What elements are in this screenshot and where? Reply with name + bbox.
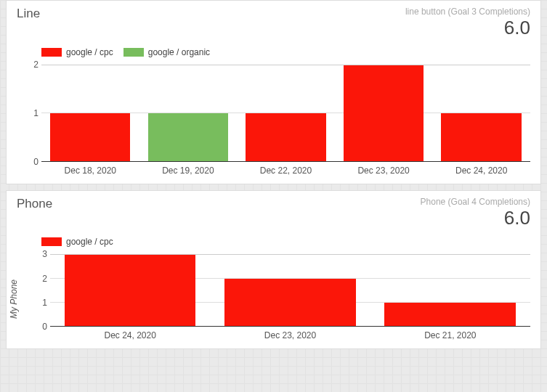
panel-line: Line line button (Goal 3 Completions) 6.… <box>6 0 541 184</box>
y-tick-label: 3 <box>25 249 47 259</box>
panel-summary: line button (Goal 3 Completions) 6.0 <box>405 7 530 40</box>
panel-header: Line line button (Goal 3 Completions) 6.… <box>7 1 540 40</box>
panel-title: Phone <box>17 197 52 211</box>
bar <box>384 303 516 327</box>
plot-area: Dec 24, 2020Dec 23, 2020Dec 21, 2020 <box>50 254 530 327</box>
bar <box>344 65 424 161</box>
legend-label: google / cpc <box>66 237 113 247</box>
panel-total-value: 6.0 <box>421 207 530 229</box>
x-tick-label: Dec 22, 2020 <box>237 161 335 176</box>
legend-swatch <box>123 48 144 57</box>
x-tick-label: Dec 23, 2020 <box>210 326 370 340</box>
bar-slot: Dec 23, 2020 <box>335 65 433 161</box>
chart: My Phone0123Dec 24, 2020Dec 23, 2020Dec … <box>17 254 530 344</box>
panel-header: Phone Phone (Goal 4 Completions) 6.0 <box>7 191 540 230</box>
x-tick-label: Dec 19, 2020 <box>139 161 238 176</box>
bar-slot: Dec 19, 2020 <box>139 65 238 161</box>
x-tick-label: Dec 23, 2020 <box>335 161 433 176</box>
bar-slot: Dec 22, 2020 <box>237 65 335 161</box>
bars-row: Dec 24, 2020Dec 23, 2020Dec 21, 2020 <box>50 255 530 326</box>
y-tick-label: 1 <box>25 298 47 308</box>
legend-item: google / organic <box>123 47 210 57</box>
x-tick-label: Dec 24, 2020 <box>432 161 530 176</box>
y-tick-label: 0 <box>25 322 47 332</box>
bar-slot: Dec 24, 2020 <box>432 65 530 161</box>
legend: google / cpc <box>7 229 540 254</box>
y-tick-label: 0 <box>17 157 39 167</box>
bars-row: Dec 18, 2020Dec 19, 2020Dec 22, 2020Dec … <box>41 65 530 161</box>
bar <box>441 113 521 161</box>
bar <box>246 113 325 161</box>
panel-title: Line <box>17 7 40 21</box>
y-tick-label: 2 <box>25 274 47 284</box>
legend-label: google / cpc <box>66 47 113 57</box>
panel-subtitle: line button (Goal 3 Completions) <box>405 7 530 17</box>
x-tick-label: Dec 18, 2020 <box>41 161 139 176</box>
bar <box>224 279 356 326</box>
y-axis-label: My Phone <box>9 279 19 319</box>
panel-subtitle: Phone (Goal 4 Completions) <box>421 197 530 207</box>
y-tick-label: 1 <box>17 108 39 118</box>
bar-slot: Dec 23, 2020 <box>210 255 370 326</box>
legend-item: google / cpc <box>41 47 113 57</box>
bar <box>50 113 130 161</box>
bar-slot: Dec 18, 2020 <box>41 65 139 161</box>
legend-swatch <box>41 48 62 57</box>
x-tick-label: Dec 24, 2020 <box>50 326 210 340</box>
bar-slot: Dec 21, 2020 <box>370 255 530 326</box>
legend-swatch <box>41 237 62 246</box>
panel-phone: Phone Phone (Goal 4 Completions) 6.0 goo… <box>6 190 541 350</box>
bar-slot: Dec 24, 2020 <box>50 255 210 326</box>
legend: google / cpc google / organic <box>7 40 540 65</box>
legend-item: google / cpc <box>41 237 113 247</box>
panel-total-value: 6.0 <box>405 17 530 39</box>
bar <box>65 255 196 326</box>
panel-summary: Phone (Goal 4 Completions) 6.0 <box>421 197 530 230</box>
plot-area: Dec 18, 2020Dec 19, 2020Dec 22, 2020Dec … <box>41 65 530 162</box>
chart: 012Dec 18, 2020Dec 19, 2020Dec 22, 2020D… <box>17 65 530 179</box>
y-tick-label: 2 <box>17 60 39 70</box>
bar <box>148 113 228 161</box>
x-tick-label: Dec 21, 2020 <box>370 326 530 340</box>
legend-label: google / organic <box>148 47 210 57</box>
